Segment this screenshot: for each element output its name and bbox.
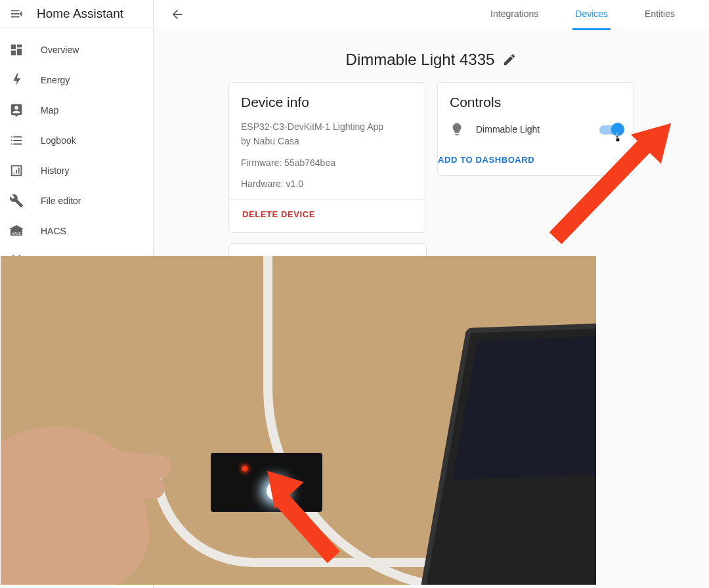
device-hardware: Hardware: v1.0 <box>241 177 413 191</box>
device-firmware: Firmware: 55ab764bea <box>241 156 413 170</box>
person-pin-icon <box>9 103 24 117</box>
tabs: Integrations Devices Entities <box>488 0 709 30</box>
column-left: Device info ESP32-C3-DevKitM-1 Lighting … <box>228 82 427 264</box>
page-title: Dimmable Light 4335 <box>346 51 495 69</box>
control-row: Dimmable Light <box>450 119 622 143</box>
hacs-icon: HACS <box>9 224 24 238</box>
lightning-icon <box>9 73 24 87</box>
sidebar-item-hacs[interactable]: HACS HACS <box>0 216 153 246</box>
pencil-icon[interactable] <box>502 52 517 67</box>
sidebar-item-label: File editor <box>41 196 81 206</box>
sidebar-item-label: Overview <box>41 45 79 55</box>
sidebar-header: Home Assistant <box>0 0 153 28</box>
sidebar-item-overview[interactable]: Overview <box>0 35 153 65</box>
sidebar-item-history[interactable]: History <box>0 156 153 186</box>
card-title: Device info <box>241 94 413 110</box>
chart-bar-icon <box>9 163 24 178</box>
device-manufacturer: by Nabu Casa <box>241 134 413 148</box>
entity-label[interactable]: Dimmable Light <box>476 124 588 135</box>
app-title: Home Assistant <box>37 7 123 21</box>
list-icon <box>9 133 24 148</box>
content-area: Dimmable Light 4335 Device info ESP32-C3… <box>154 30 709 588</box>
cursor-pointer-icon <box>612 132 623 142</box>
card-columns: Device info ESP32-C3-DevKitM-1 Lighting … <box>164 82 698 264</box>
hardware-photo <box>1 256 596 585</box>
sidebar-item-logbook[interactable]: Logbook <box>0 125 153 156</box>
tab-entities[interactable]: Entities <box>642 0 677 30</box>
wrench-icon <box>9 194 24 208</box>
nav-list: Overview Energy Map Logbook <box>0 28 153 276</box>
sidebar-item-label: Energy <box>41 75 70 85</box>
page-title-row: Dimmable Light 4335 <box>164 51 698 69</box>
controls-card: Controls Dimmable Light <box>437 82 634 176</box>
dashboard-icon <box>9 43 24 57</box>
card-title: Controls <box>450 94 622 110</box>
menu-collapse-icon[interactable] <box>9 7 24 21</box>
topbar: Integrations Devices Entities <box>154 0 709 30</box>
sidebar-item-label: Map <box>41 105 58 116</box>
device-model: ESP32-C3-DevKitM-1 Lighting App <box>241 119 413 134</box>
device-info-card: Device info ESP32-C3-DevKitM-1 Lighting … <box>228 82 425 233</box>
lightbulb-icon <box>450 122 464 136</box>
sidebar-item-label: HACS <box>41 226 66 236</box>
sidebar-item-label: Logbook <box>41 135 76 146</box>
sidebar-item-file-editor[interactable]: File editor <box>0 186 153 216</box>
tab-devices[interactable]: Devices <box>572 0 611 30</box>
sidebar-item-energy[interactable]: Energy <box>0 65 153 95</box>
main-panel: Integrations Devices Entities Dimmable L… <box>154 0 709 588</box>
tab-integrations[interactable]: Integrations <box>488 0 541 30</box>
add-to-dashboard-button[interactable]: ADD TO DASHBOARD <box>438 147 634 171</box>
app-root: Home Assistant Overview Energy Map <box>0 0 709 588</box>
delete-device-button[interactable]: DELETE DEVICE <box>229 200 425 228</box>
sidebar-item-map[interactable]: Map <box>0 95 153 125</box>
light-toggle[interactable] <box>599 123 622 136</box>
back-button[interactable] <box>163 0 192 29</box>
sidebar-item-label: History <box>41 165 70 176</box>
